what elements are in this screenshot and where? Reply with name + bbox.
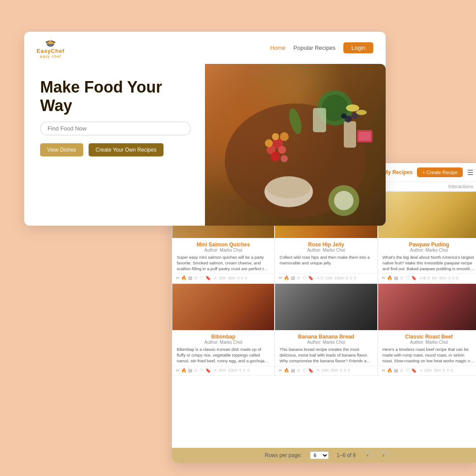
- heart-icon: ♡: [302, 368, 306, 373]
- hero-body: Make Food Your Way View Dishes Create Yo…: [24, 64, 386, 226]
- cook-time: 30m: [228, 276, 235, 280]
- svg-point-16: [356, 110, 367, 115]
- view-dishes-button[interactable]: View Dishes: [40, 143, 83, 156]
- cook-time: 120m: [228, 368, 238, 372]
- svg-point-2: [267, 176, 311, 198]
- svg-point-20: [352, 113, 358, 119]
- meta-code: A: [214, 276, 217, 280]
- recipe-description: Collect wild rose hips and then make the…: [279, 255, 372, 266]
- nav-home[interactable]: Home: [270, 45, 286, 51]
- meta-code: A: [420, 368, 423, 372]
- interactions-label: Interactions: [448, 184, 473, 189]
- likes-count: 0: [243, 368, 245, 372]
- saves-count: 0: [451, 368, 453, 372]
- svg-rect-13: [313, 108, 326, 132]
- svg-point-15: [346, 104, 359, 112]
- ratings-count: 0: [443, 368, 445, 372]
- chart-icon: ▤: [291, 275, 295, 280]
- recipe-description: Bibimbap is a classic Korean dish made u…: [177, 347, 270, 364]
- cut-icon: ✂: [176, 368, 179, 373]
- svg-point-10: [280, 132, 289, 141]
- pagination-bar: Rows per page: 6 12 1–6 of 8 ‹ ›: [172, 448, 476, 463]
- recipe-author: Author: Marko Choi: [177, 248, 270, 253]
- cut-icon: ✂: [279, 368, 282, 373]
- cut-icon: ✂: [279, 275, 282, 280]
- bookmark-icon: 🔖: [308, 368, 313, 373]
- login-button[interactable]: Login: [343, 42, 373, 53]
- ratings-count: 0: [239, 368, 242, 372]
- prep-time: 20m: [219, 276, 226, 280]
- hero-food-image: [205, 64, 386, 226]
- recipe-author: Author: Marko Choi: [177, 340, 270, 345]
- create-recipes-button[interactable]: Create Your Own Recipes: [89, 143, 164, 156]
- logo-area: 🍲 EasyChef easy chef: [37, 37, 64, 59]
- likes-count: 0: [447, 368, 449, 372]
- recipe-info: Classic Roast Beef Author: Marko Choi He…: [378, 330, 476, 365]
- recipe-author: Author: Marko Choi: [279, 248, 372, 253]
- fire-icon: 🔥: [387, 368, 392, 373]
- search-input[interactable]: [40, 122, 191, 135]
- svg-point-9: [272, 133, 279, 140]
- next-page-button[interactable]: ›: [379, 451, 387, 459]
- cut-icon: ✂: [382, 368, 385, 373]
- cook-time: 30m: [434, 368, 441, 372]
- meta-code: K: [214, 368, 217, 372]
- recipe-description: This banana bread recipe creates the mos…: [279, 347, 372, 364]
- svg-point-6: [271, 152, 280, 161]
- hero-title: Make Food Your Way: [40, 78, 191, 115]
- hero-nav-links: Home Popular Recipes Login: [270, 42, 373, 53]
- cook-time: 35m: [439, 276, 446, 280]
- meta-code: A B O: [420, 276, 430, 280]
- recipe-meta: ✂ 🔥 ▤ ☆ ♡ 🔖 A 10m 30m 0 0 0: [378, 366, 476, 376]
- fire-icon: 🔥: [387, 275, 392, 280]
- hero-image-area: [205, 64, 386, 226]
- fire-icon: 🔥: [181, 368, 186, 373]
- recipe-info: Pawpaw Puding Author: Marko Choi What's …: [378, 238, 476, 273]
- cook-time: 180m: [335, 276, 344, 280]
- prep-time: 10m: [321, 368, 329, 372]
- heart-icon: ♡: [200, 368, 204, 373]
- star-icon: ☆: [400, 275, 404, 280]
- heart-icon: ♡: [405, 275, 409, 280]
- likes-count: 0: [350, 276, 352, 280]
- star-icon: ☆: [194, 275, 198, 280]
- meta-code: A O: [317, 276, 324, 280]
- saves-count: 0: [348, 368, 350, 372]
- recipe-name: Banana Banana Bread: [279, 334, 372, 340]
- prep-time: 45m: [219, 368, 226, 372]
- recipe-name: Rose Hip Jelly: [279, 242, 372, 248]
- logo-icon: 🍲: [45, 37, 56, 48]
- star-icon: ☆: [297, 368, 301, 373]
- prev-page-button[interactable]: ‹: [364, 451, 372, 459]
- hero-left: Make Food Your Way View Dishes Create Yo…: [24, 64, 205, 226]
- logo-text: EasyChef: [37, 48, 64, 54]
- chart-icon: ▤: [394, 368, 398, 373]
- star-icon: ☆: [194, 368, 198, 373]
- my-recipes-link[interactable]: My Recipes: [383, 169, 413, 175]
- svg-point-5: [278, 146, 286, 154]
- recipe-description: Here's a timeless roast beef recipe that…: [383, 347, 476, 364]
- recipe-meta: ✂ 🔥 ▤ ☆ ♡ 🔖 A O 10m 180m 0 0 0: [275, 273, 377, 283]
- recipe-image: [378, 284, 476, 330]
- hero-buttons: View Dishes Create Your Own Recipes: [40, 143, 191, 156]
- star-icon: ☆: [297, 275, 301, 280]
- heart-icon: ♡: [302, 275, 306, 280]
- rows-per-page-select[interactable]: 6 12: [310, 451, 329, 459]
- recipe-author: Author: Marko Choi: [279, 340, 372, 345]
- rows-per-page-label: Rows per page:: [265, 452, 302, 458]
- svg-rect-23: [359, 132, 371, 141]
- ratings-count: 0: [346, 276, 348, 280]
- recipe-image: [275, 284, 377, 330]
- recipe-image: [172, 284, 274, 330]
- recipe-meta: ✂ 🔥 ▤ ☆ ♡ 🔖 A 10m 20m 0 0 0: [275, 366, 377, 376]
- bookmark-icon: 🔖: [411, 275, 416, 280]
- hamburger-icon[interactable]: ☰: [467, 168, 473, 177]
- recipe-info: Mini Salmon Quiches Author: Marko Choi S…: [172, 238, 274, 273]
- prep-time: 8m: [432, 276, 437, 280]
- create-recipe-button[interactable]: + Create Recipe: [417, 167, 463, 177]
- bookmark-icon: 🔖: [205, 275, 211, 280]
- recipe-info: Banana Banana Bread Author: Marko Choi T…: [275, 330, 377, 365]
- fire-icon: 🔥: [284, 368, 289, 373]
- nav-popular-recipes[interactable]: Popular Recipes: [294, 45, 335, 51]
- bookmark-icon: 🔖: [308, 275, 313, 280]
